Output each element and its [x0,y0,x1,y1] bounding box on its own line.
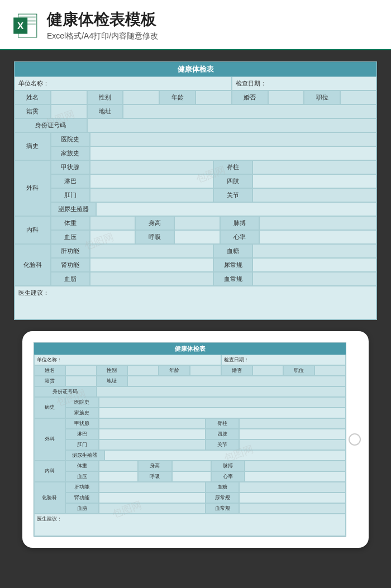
blood-label: 血常规 [213,272,252,286]
blood-value [252,272,376,286]
surgery-label: 外科 [34,418,65,461]
thyroid-value [99,418,206,429]
internal-label: 内科 [15,216,51,244]
marital-value [268,90,304,104]
suggestion-label: 医生建议： [15,286,376,319]
position-value [340,90,376,104]
org-label: 单位名称： [15,77,232,90]
address-value [127,376,346,386]
name-value [51,90,87,104]
anus-value [99,439,206,450]
liver-label: 肝功能 [51,244,90,258]
lipid-value [99,503,206,514]
origin-label: 籍贯 [15,104,51,118]
hospital-history-label: 医院史 [65,397,99,408]
limbs-label: 四肢 [213,174,252,188]
bp-value [99,471,138,482]
spreadsheet-preview-tablet: 健康体检表 单位名称： 检查日期： 姓名 性别 年龄 婚否 职位 籍贯 地址 [34,342,346,537]
spreadsheet-preview-large: 健康体检表 单位名称： 检查日期： 姓名 性别 年龄 婚否 职位 籍贯 地址 身… [14,61,377,320]
kidney-value [99,493,206,503]
anus-label: 肛门 [65,439,99,450]
urogenital-label: 泌尿生殖器 [65,450,104,461]
id-value [87,118,376,132]
kidney-value [90,258,214,272]
thyroid-label: 甲状腺 [51,160,90,174]
address-label: 地址 [87,104,123,118]
date-label: 检查日期： [221,355,346,365]
liver-value [99,482,206,493]
marital-label: 婚否 [221,365,252,376]
height-label: 身高 [135,216,174,230]
bp-value [90,230,136,244]
urogenital-value [104,450,346,461]
position-label: 职位 [283,365,314,376]
internal-label: 内科 [34,461,65,482]
lymph-value [99,429,206,439]
gender-label: 性别 [87,90,123,104]
position-value [314,365,346,376]
weight-value [90,216,136,230]
height-value [174,216,220,230]
lymph-value [90,174,214,188]
spine-label: 脊柱 [213,160,252,174]
history-label: 病史 [15,132,51,160]
family-history-label: 家族史 [65,408,99,418]
urine-value [239,493,346,503]
hr-value [245,471,346,482]
blood-value [239,503,346,514]
weight-label: 体重 [51,216,90,230]
name-value [65,365,97,376]
age-value [196,90,232,104]
name-label: 姓名 [15,90,51,104]
header-text: 健康体检表模板 Excel格式/A4打印/内容随意修改 [47,10,380,41]
origin-value [65,376,97,386]
preview-area: 健康体检表 单位名称： 检查日期： 姓名 性别 年龄 婚否 职位 籍贯 地址 身… [0,50,391,565]
joints-value [239,439,346,450]
anus-value [90,188,214,202]
lipid-label: 血脂 [65,503,99,514]
joints-value [252,188,376,202]
position-label: 职位 [304,90,340,104]
hr-label: 心率 [211,471,245,482]
joints-label: 关节 [206,439,239,450]
svg-text:X: X [17,21,23,31]
lab-label: 化验科 [34,482,65,514]
height-value [172,461,211,471]
origin-label: 籍贯 [34,376,65,386]
limbs-label: 四肢 [206,429,239,439]
pulse-value [259,216,376,230]
hospital-history-value [90,132,376,146]
pulse-label: 脉搏 [220,216,259,230]
urine-label: 尿常规 [206,493,239,503]
id-label: 身份证号码 [34,386,97,397]
date-label: 检查日期： [232,77,376,90]
lymph-label: 淋巴 [51,174,90,188]
hospital-history-value [99,397,346,408]
breath-value [174,230,220,244]
limbs-value [252,174,376,188]
weight-label: 体重 [65,461,99,471]
pulse-value [245,461,346,471]
spine-label: 脊柱 [206,418,239,429]
address-label: 地址 [97,376,128,386]
breath-label: 呼吸 [135,230,174,244]
urogenital-value [96,202,376,216]
id-value [97,386,346,397]
thyroid-label: 甲状腺 [65,418,99,429]
spine-value [252,160,376,174]
weight-value [99,461,138,471]
gender-value [127,365,159,376]
bp-label: 血压 [65,471,99,482]
marital-label: 婚否 [232,90,268,104]
urogenital-label: 泌尿生殖器 [51,202,97,216]
family-history-value [90,146,376,160]
sugar-value [239,482,346,493]
liver-label: 肝功能 [65,482,99,493]
marital-value [252,365,284,376]
header-subtitle: Excel格式/A4打印/内容随意修改 [47,31,380,41]
bp-label: 血压 [51,230,90,244]
age-label: 年龄 [159,90,196,104]
breath-label: 呼吸 [138,471,171,482]
hr-value [259,230,376,244]
gender-label: 性别 [97,365,128,376]
